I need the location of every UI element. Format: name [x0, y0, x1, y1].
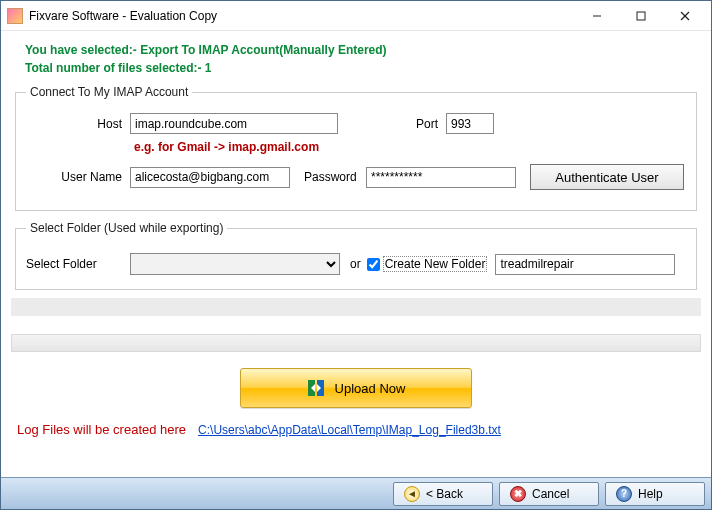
username-label: User Name — [26, 170, 122, 184]
help-button[interactable]: ? Help — [605, 482, 705, 506]
select-folder-group: Select Folder (Used while exporting) Sel… — [15, 221, 697, 290]
host-label: Host — [26, 117, 122, 131]
help-icon: ? — [616, 486, 632, 502]
port-input[interactable] — [446, 113, 494, 134]
create-folder-label: Create New Folder — [383, 256, 488, 272]
log-line: Log Files will be created here C:\Users\… — [17, 422, 695, 437]
cancel-button[interactable]: ✖ Cancel — [499, 482, 599, 506]
footer-bar: ◄ < Back ✖ Cancel ? Help — [1, 477, 711, 509]
select-folder-dropdown[interactable] — [130, 253, 340, 275]
selected-export-line: You have selected:- Export To IMAP Accou… — [25, 43, 693, 57]
host-hint: e.g. for Gmail -> imap.gmail.com — [134, 140, 686, 154]
content-area: You have selected:- Export To IMAP Accou… — [1, 31, 711, 477]
authenticate-button[interactable]: Authenticate User — [530, 164, 684, 190]
upload-now-button[interactable]: Upload Now — [240, 368, 472, 408]
password-label: Password — [296, 170, 366, 184]
port-label: Port — [344, 117, 438, 131]
window-title: Fixvare Software - Evaluation Copy — [29, 9, 575, 23]
close-icon — [680, 11, 690, 21]
password-input[interactable] — [366, 167, 516, 188]
cancel-button-label: Cancel — [532, 487, 569, 501]
maximize-icon — [636, 11, 646, 21]
host-input[interactable] — [130, 113, 338, 134]
create-folder-checkbox[interactable] — [367, 258, 380, 271]
help-button-label: Help — [638, 487, 663, 501]
imap-account-group: Connect To My IMAP Account Host Port e.g… — [15, 85, 697, 211]
app-icon — [7, 8, 23, 24]
titlebar: Fixvare Software - Evaluation Copy — [1, 1, 711, 31]
file-count-line: Total number of files selected:- 1 — [25, 61, 693, 75]
app-window: Fixvare Software - Evaluation Copy You h… — [0, 0, 712, 510]
upload-icon — [307, 379, 325, 397]
back-button-label: < Back — [426, 487, 463, 501]
cancel-icon: ✖ — [510, 486, 526, 502]
minimize-button[interactable] — [575, 2, 619, 30]
svg-rect-1 — [637, 12, 645, 20]
close-button[interactable] — [663, 2, 707, 30]
back-icon: ◄ — [404, 486, 420, 502]
or-text: or — [350, 257, 361, 271]
log-label: Log Files will be created here — [17, 422, 186, 437]
log-path-link[interactable]: C:\Users\abc\AppData\Local\Temp\IMap_Log… — [198, 423, 501, 437]
maximize-button[interactable] — [619, 2, 663, 30]
new-folder-input[interactable] — [495, 254, 675, 275]
username-input[interactable] — [130, 167, 290, 188]
back-button[interactable]: ◄ < Back — [393, 482, 493, 506]
minimize-icon — [592, 11, 602, 21]
progress-track — [11, 334, 701, 352]
imap-group-legend: Connect To My IMAP Account — [26, 85, 192, 99]
upload-button-label: Upload Now — [335, 381, 406, 396]
select-folder-label: Select Folder — [26, 257, 118, 271]
status-bar-placeholder — [11, 298, 701, 316]
folder-group-legend: Select Folder (Used while exporting) — [26, 221, 227, 235]
